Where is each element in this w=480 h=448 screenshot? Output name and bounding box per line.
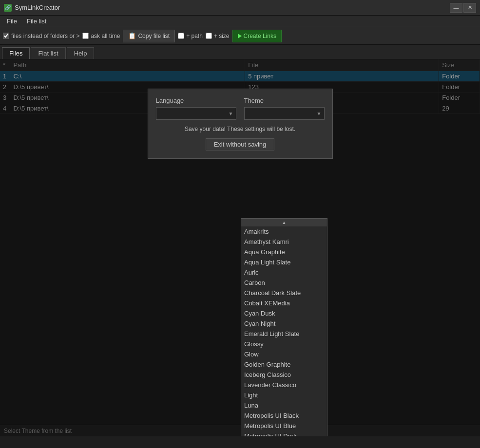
dropdown-item[interactable]: Cyan Dusk [241, 308, 327, 318]
path-checkbox[interactable] [178, 33, 184, 39]
scroll-up-button[interactable]: ▲ [241, 219, 327, 226]
language-select-wrapper [156, 107, 236, 120]
path-label: + path [186, 33, 203, 39]
dropdown-item[interactable]: Amakrits [241, 226, 327, 237]
dropdown-item[interactable]: Glossy [241, 339, 327, 349]
copy-file-list-button[interactable]: 📋 Copy file list [123, 30, 175, 42]
files-checkbox-label: files instead of folders or > [11, 33, 79, 39]
asktime-checkbox[interactable] [82, 33, 89, 39]
dropdown-item[interactable]: Auric [241, 267, 327, 278]
dropdown-item[interactable]: Amethyst Kamri [241, 237, 327, 247]
dialog-fields-row: Language Theme [156, 97, 325, 120]
play-icon [238, 34, 242, 38]
toolbar: files instead of folders or > ask all ti… [0, 27, 480, 45]
app-title: SymLinkCreator [15, 4, 450, 11]
exit-without-saving-button[interactable]: Exit without saving [206, 138, 275, 150]
asktime-checkbox-label: ask all time [91, 33, 120, 39]
tab-help[interactable]: Help [67, 47, 95, 59]
theme-field: Theme [244, 97, 325, 120]
dialog-message: Save your data! These settings will be l… [156, 126, 325, 132]
dropdown-item[interactable]: Emerald Light Slate [241, 329, 327, 339]
settings-dialog: Language Theme Save your [148, 89, 333, 159]
files-checkbox-group: files instead of folders or > [3, 33, 79, 39]
dropdown-item[interactable]: Metropolis UI Black [241, 411, 327, 421]
main-content: * Path File Size 1 C:\ 5 привет Folder 2… [0, 59, 480, 436]
theme-label: Theme [244, 97, 325, 104]
size-checkbox[interactable] [206, 33, 212, 39]
dropdown-item[interactable]: Cobalt XEMedia [241, 298, 327, 308]
theme-select[interactable] [244, 107, 325, 120]
dropdown-item[interactable]: Aqua Graphite [241, 247, 327, 257]
size-label: + size [214, 33, 230, 39]
dropdown-item[interactable]: Iceberg Classico [241, 370, 327, 380]
dropdown-item[interactable]: Aqua Light Slate [241, 257, 327, 267]
menu-filelist[interactable]: File list [22, 17, 51, 26]
window-controls: — ✕ [450, 3, 476, 13]
dropdown-item[interactable]: Light [241, 390, 327, 400]
dropdown-item[interactable]: Metropolis UI Dark [241, 431, 327, 436]
path-checkbox-group: + path [178, 33, 203, 39]
language-label: Language [156, 97, 236, 104]
dropdown-item[interactable]: Luna [241, 400, 327, 411]
copy-btn-label: Copy file list [138, 33, 170, 39]
copy-icon: 📋 [128, 32, 136, 39]
tab-flat-list[interactable]: Flat list [31, 47, 65, 59]
language-select[interactable] [156, 107, 236, 120]
dropdown-item[interactable]: Glow [241, 349, 327, 359]
dropdown-scroll-area[interactable]: AmakritsAmethyst KamriAqua GraphiteAqua … [241, 226, 327, 436]
size-checkbox-group: + size [206, 33, 230, 39]
dropdown-item[interactable]: Golden Graphite [241, 359, 327, 370]
asktime-checkbox-group: ask all time [82, 33, 120, 39]
files-checkbox[interactable] [3, 33, 9, 39]
dropdown-item[interactable]: Carbon [241, 278, 327, 288]
menu-file[interactable]: File [2, 17, 22, 26]
create-btn-label: Create Links [244, 33, 276, 39]
dropdown-item[interactable]: Cyan Night [241, 318, 327, 329]
close-button[interactable]: ✕ [463, 3, 476, 13]
tab-files[interactable]: Files [2, 47, 30, 59]
tab-bar: Files Flat list Help [0, 45, 480, 59]
dialog-overlay: Language Theme Save your [0, 59, 480, 436]
theme-dropdown: ▲ AmakritsAmethyst KamriAqua GraphiteAqu… [241, 218, 327, 436]
dropdown-item[interactable]: Charcoal Dark Slate [241, 288, 327, 298]
dropdown-item[interactable]: Lavender Classico [241, 380, 327, 390]
create-links-button[interactable]: Create Links [232, 30, 282, 42]
theme-select-wrapper [244, 107, 325, 120]
app-icon: 🔗 [4, 4, 12, 12]
title-bar: 🔗 SymLinkCreator — ✕ [0, 0, 480, 16]
minimize-button[interactable]: — [450, 3, 462, 13]
language-field: Language [156, 97, 236, 120]
dialog-actions: Exit without saving [156, 138, 325, 150]
dropdown-item[interactable]: Metropolis UI Blue [241, 421, 327, 431]
menu-bar: File File list [0, 16, 480, 27]
